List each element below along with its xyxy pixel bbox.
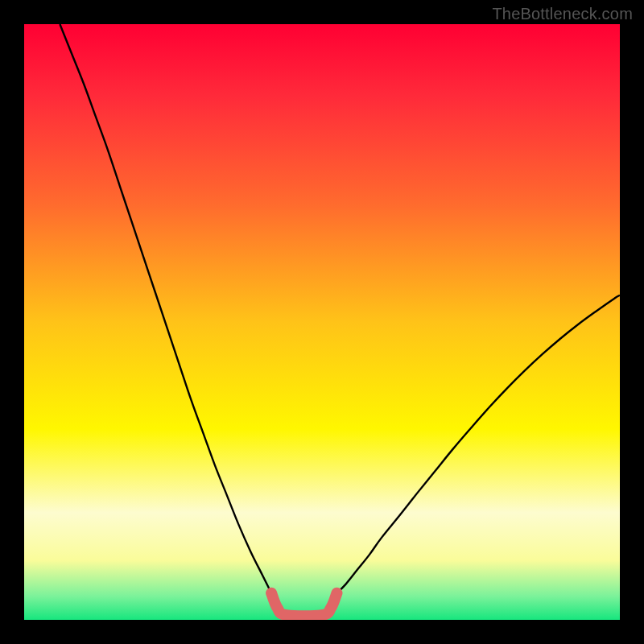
attribution-label: TheBottleneck.com xyxy=(492,5,633,23)
chart-frame: TheBottleneck.com xyxy=(0,0,644,644)
chart-svg xyxy=(24,24,620,620)
plot-area xyxy=(24,24,620,620)
gradient-background xyxy=(24,24,620,620)
